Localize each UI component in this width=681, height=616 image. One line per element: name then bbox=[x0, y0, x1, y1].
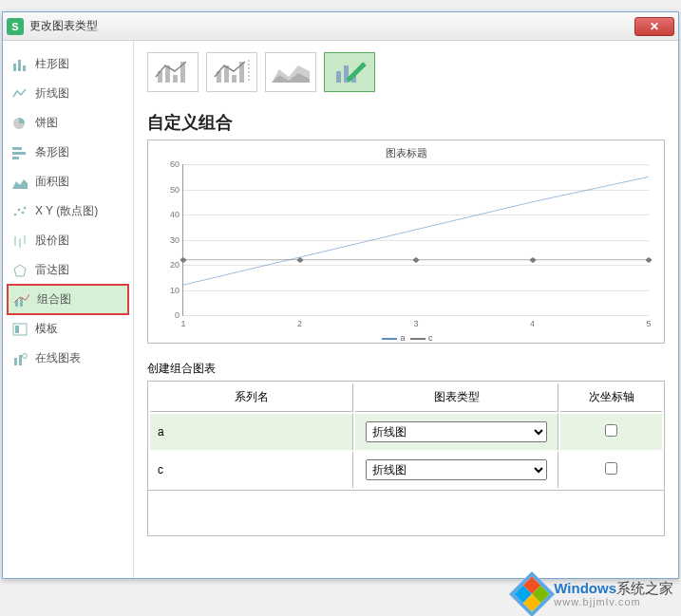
svg-rect-2 bbox=[23, 65, 26, 71]
y-tick: 60 bbox=[170, 159, 180, 169]
combo-row: a折线图 bbox=[150, 414, 662, 450]
chart-type-select[interactable]: 折线图 bbox=[366, 421, 547, 442]
titlebar: S 更改图表类型 ✕ bbox=[3, 12, 678, 41]
scatter-chart-icon bbox=[12, 205, 29, 218]
svg-rect-4 bbox=[12, 147, 22, 150]
sidebar-item-label: 折线图 bbox=[35, 85, 69, 102]
legend-label: a bbox=[400, 333, 405, 343]
watermark: Windows系统之家 www.bjjmlv.com bbox=[516, 578, 673, 610]
chart-type-sidebar: 柱形图折线图饼图条形图面积图X Y (散点图)股价图雷达图组合图模板在线图表 bbox=[3, 41, 134, 578]
section-title: 自定义组合 bbox=[147, 111, 665, 134]
y-tick: 0 bbox=[175, 310, 180, 320]
window-title: 更改图表类型 bbox=[29, 18, 634, 34]
sidebar-item-stock-chart[interactable]: 股价图 bbox=[9, 227, 127, 254]
svg-point-11 bbox=[24, 206, 27, 209]
secondary-axis-checkbox[interactable] bbox=[605, 424, 617, 437]
combo-chart-icon bbox=[14, 293, 31, 307]
template-icon bbox=[12, 323, 29, 336]
close-button[interactable]: ✕ bbox=[634, 17, 674, 36]
preset-icon-3 bbox=[270, 58, 312, 86]
radar-chart-icon bbox=[12, 264, 29, 277]
preset-icon-1 bbox=[152, 58, 194, 86]
series-line-c bbox=[183, 164, 649, 315]
svg-point-8 bbox=[14, 213, 17, 215]
svg-marker-15 bbox=[14, 265, 26, 276]
y-tick: 50 bbox=[170, 185, 180, 195]
sidebar-item-label: 在线图表 bbox=[35, 350, 81, 366]
sidebar-item-line-chart[interactable]: 折线图 bbox=[9, 80, 127, 107]
sidebar-item-label: 模板 bbox=[35, 321, 58, 337]
preset-custom-combo[interactable] bbox=[324, 52, 375, 92]
sidebar-item-bar-chart[interactable]: 条形图 bbox=[9, 139, 127, 166]
watermark-url: www.bjjmlv.com bbox=[554, 596, 673, 607]
svg-rect-34 bbox=[336, 71, 341, 83]
svg-rect-25 bbox=[173, 75, 178, 83]
line-chart-icon bbox=[12, 87, 29, 101]
x-tick: 3 bbox=[413, 319, 418, 328]
build-combo-label: 创建组合图表 bbox=[147, 361, 665, 377]
svg-rect-20 bbox=[14, 358, 17, 365]
sidebar-item-template[interactable]: 模板 bbox=[9, 315, 127, 343]
x-tick: 2 bbox=[297, 319, 302, 328]
sidebar-item-area-chart[interactable]: 面积图 bbox=[9, 168, 127, 196]
sidebar-item-label: 雷达图 bbox=[35, 262, 69, 278]
sidebar-item-pie-chart[interactable]: 饼图 bbox=[9, 109, 127, 137]
bar-chart-icon bbox=[12, 146, 29, 159]
preset-clustered-with-line[interactable] bbox=[147, 52, 199, 92]
svg-rect-1 bbox=[18, 60, 21, 71]
chart-type-select[interactable]: 折线图 bbox=[366, 459, 547, 480]
windows-logo-icon bbox=[509, 571, 555, 616]
watermark-suffix: 系统之家 bbox=[616, 580, 673, 596]
combo-series-table: 系列名 图表类型 次坐标轴 a折线图c折线图 bbox=[147, 381, 665, 491]
close-icon: ✕ bbox=[650, 20, 659, 33]
svg-rect-6 bbox=[12, 157, 19, 159]
sidebar-item-label: 股价图 bbox=[35, 233, 69, 249]
legend-label: c bbox=[428, 333, 433, 343]
svg-rect-29 bbox=[232, 75, 236, 83]
area-chart-icon bbox=[12, 176, 29, 189]
sidebar-item-label: 面积图 bbox=[35, 174, 69, 190]
sidebar-item-label: X Y (散点图) bbox=[35, 203, 98, 219]
svg-point-10 bbox=[22, 211, 25, 214]
preset-icon-4 bbox=[329, 58, 370, 86]
sidebar-item-label: 饼图 bbox=[35, 115, 58, 131]
svg-rect-5 bbox=[12, 152, 26, 155]
combo-row: c折线图 bbox=[150, 452, 662, 488]
svg-rect-19 bbox=[15, 326, 19, 333]
secondary-axis-checkbox[interactable] bbox=[605, 462, 617, 475]
sidebar-item-combo-chart[interactable]: 组合图 bbox=[7, 284, 129, 315]
sidebar-item-label: 组合图 bbox=[37, 291, 71, 308]
y-tick: 20 bbox=[170, 260, 180, 270]
preset-stacked-area-with-column[interactable] bbox=[265, 52, 316, 92]
online-chart-icon bbox=[12, 352, 29, 365]
chart-preview: 图表标题 010203040506012345 a c bbox=[147, 140, 665, 344]
series-name-cell: c bbox=[150, 452, 353, 488]
preset-clustered-with-line-secondary[interactable] bbox=[206, 52, 257, 92]
x-tick: 1 bbox=[180, 319, 185, 328]
x-tick: 5 bbox=[646, 319, 651, 328]
sidebar-item-column-chart[interactable]: 柱形图 bbox=[9, 50, 127, 78]
column-chart-icon bbox=[12, 58, 29, 71]
chart-legend: a c bbox=[154, 333, 658, 343]
sidebar-item-label: 条形图 bbox=[35, 144, 69, 160]
col-type: 图表类型 bbox=[355, 383, 558, 412]
col-series: 系列名 bbox=[150, 383, 353, 412]
chart-title: 图表标题 bbox=[154, 146, 658, 160]
sidebar-item-scatter-chart[interactable]: X Y (散点图) bbox=[9, 197, 127, 225]
content-pane: 自定义组合 图表标题 010203040506012345 a c 创建组合图表… bbox=[134, 41, 678, 578]
svg-rect-21 bbox=[19, 355, 22, 365]
chart-plot-area: 010203040506012345 bbox=[182, 164, 649, 316]
col-secondary: 次坐标轴 bbox=[560, 383, 662, 412]
app-icon: S bbox=[7, 18, 24, 35]
combo-preset-row bbox=[147, 52, 665, 92]
y-tick: 30 bbox=[170, 235, 180, 245]
watermark-brand: Windows bbox=[554, 580, 616, 596]
stock-chart-icon bbox=[12, 234, 29, 248]
y-tick: 40 bbox=[170, 210, 180, 219]
svg-point-22 bbox=[23, 353, 28, 358]
sidebar-item-radar-chart[interactable]: 雷达图 bbox=[9, 256, 127, 284]
change-chart-type-dialog: S 更改图表类型 ✕ 柱形图折线图饼图条形图面积图X Y (散点图)股价图雷达图… bbox=[2, 11, 679, 579]
sidebar-item-online-chart[interactable]: 在线图表 bbox=[9, 345, 127, 372]
series-name-cell: a bbox=[150, 414, 353, 450]
y-tick: 10 bbox=[170, 286, 180, 295]
